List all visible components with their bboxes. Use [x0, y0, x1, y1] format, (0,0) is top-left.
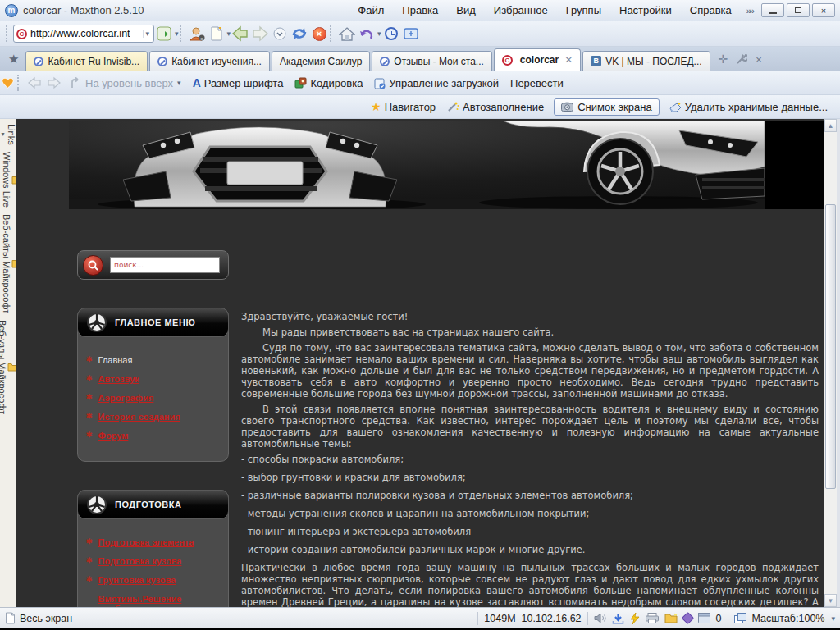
vk-icon: B — [591, 56, 601, 66]
page-toolbar: На уровень вверх▾ A Размер шрифта Кодиро… — [0, 71, 840, 95]
status-mode-label[interactable]: Весь экран — [20, 613, 72, 624]
close-tabbar-icon[interactable]: × — [756, 53, 762, 66]
page-mode-icon — [5, 612, 16, 624]
go-dropdown-icon[interactable]: ▾ — [175, 30, 179, 38]
search-icon — [88, 260, 98, 271]
screenshot-button[interactable]: Снимок экрана — [554, 98, 660, 116]
page-scrollbar[interactable]: ▲ ▼ — [824, 119, 837, 607]
tab-colorcar-active[interactable]: Ccolorcar✕ — [494, 48, 581, 71]
clear-data-button[interactable]: Удалить хранимые данные... — [669, 101, 828, 113]
scrollbar-thumb[interactable] — [825, 204, 836, 489]
scrollbar-track[interactable] — [824, 132, 837, 594]
close-button[interactable]: × — [812, 3, 835, 17]
translate-button[interactable]: Перевести — [510, 77, 564, 89]
menu-item-prep-element[interactable]: Подготовка элемента — [98, 537, 194, 547]
tab-akademiya[interactable]: Академия Саилур — [272, 51, 370, 71]
new-tab-button[interactable]: ✛ — [719, 52, 728, 66]
menu-item-history[interactable]: История создания — [98, 412, 180, 422]
history-dropdown-icon[interactable] — [271, 24, 289, 43]
toolbar-back-icon[interactable] — [25, 73, 43, 93]
sidebar-item-ms-websites[interactable]: Веб-сайты Майкрософт▾ — [0, 214, 16, 313]
url-dropdown-icon[interactable]: ▾ — [143, 30, 151, 38]
window-filter-icon[interactable] — [402, 24, 420, 43]
sidebar-item-ms-nodes[interactable]: Веб-узлы Майкрософт — [0, 320, 16, 414]
sound-icon[interactable] — [594, 613, 606, 623]
history-clock-icon[interactable] — [382, 24, 400, 43]
zoom-dropdown-icon[interactable]: ▾ — [831, 614, 835, 623]
scroll-down-icon[interactable]: ▼ — [824, 594, 837, 607]
wrench-icon[interactable] — [736, 53, 747, 65]
new-page-dropdown-icon[interactable]: ▾ — [227, 30, 231, 38]
proxy-identity-icon[interactable]: x — [188, 24, 206, 43]
tab-close-icon[interactable]: ✕ — [564, 54, 573, 66]
window-right-edge — [837, 119, 840, 607]
go-button[interactable] — [155, 24, 173, 43]
navigator-label: Навигатор — [385, 101, 436, 113]
folder-icon — [7, 363, 16, 372]
zoom-level[interactable]: Масштаб:100% — [752, 613, 825, 624]
popup-count: 0 — [716, 613, 722, 624]
lightning-icon[interactable] — [630, 613, 640, 624]
popup-blocker-icon[interactable] — [698, 613, 710, 623]
favorites-star-icon[interactable]: ★ — [8, 52, 19, 66]
undo-dropdown-icon[interactable]: ▾ — [377, 30, 381, 38]
menu-item-autosound[interactable]: Автозвук — [98, 374, 139, 384]
undo-icon[interactable] — [358, 24, 376, 43]
font-size-label: Размер шрифта — [204, 77, 284, 89]
menu-view[interactable]: Вид — [456, 4, 476, 16]
tab-kabinet-izucheniya[interactable]: Кабинет изучения... — [149, 51, 270, 71]
menu-item-primer-body[interactable]: Грунтовка кузова — [98, 575, 176, 585]
menu-groups[interactable]: Группы — [566, 4, 601, 16]
restore-button[interactable] — [787, 3, 810, 17]
menu-item-forum[interactable]: Форум — [98, 431, 129, 441]
minimize-button[interactable] — [761, 3, 784, 17]
wheel-icon — [86, 494, 107, 515]
tab-vk[interactable]: BVK | МЫ - ПОСЛЕД... — [582, 51, 710, 71]
printer-icon[interactable] — [646, 613, 659, 623]
toolbar-forward-icon[interactable] — [45, 73, 63, 93]
menu-item-home[interactable]: Главная — [98, 355, 133, 365]
menu-help[interactable]: Справка — [690, 4, 732, 16]
collector-panel[interactable] — [0, 71, 16, 94]
sidebar-item-links[interactable]: Links▾ — [0, 124, 16, 145]
menu-settings[interactable]: Настройки — [619, 4, 672, 16]
stop-icon[interactable]: × — [310, 24, 328, 43]
new-page-icon[interactable] — [208, 24, 226, 43]
sidebar-item-windows-live[interactable]: Windows Live▾ — [0, 152, 16, 208]
autofill-wand-icon — [447, 101, 459, 112]
search-input[interactable] — [110, 257, 220, 273]
tab-kabinet-ru[interactable]: Кабинет Ru Invisib... — [25, 51, 148, 71]
menu-favorites[interactable]: Избранное — [494, 4, 548, 16]
menu-item-airbrush[interactable]: Аэрография — [98, 393, 154, 403]
menu-overflow-chevron-icon[interactable]: »» — [746, 6, 753, 16]
url-text[interactable]: http://www.colorcar.int — [30, 28, 141, 39]
preparation-menu-block: ✱Подготовка элемента ✱Подготовка кузова … — [77, 490, 229, 607]
refresh-icon[interactable] — [290, 24, 308, 43]
gem-icon[interactable] — [681, 612, 694, 625]
menu-item-prep-body[interactable]: Подготовка кузова — [98, 556, 182, 566]
tab-otzyvy[interactable]: Отзывы - Мои ста... — [372, 51, 492, 71]
bullet-icon: ✱ — [86, 412, 93, 421]
zoom-window-icon[interactable] — [734, 613, 746, 623]
address-bar[interactable]: C http://www.colorcar.int ▾ — [13, 25, 154, 43]
forward-icon[interactable] — [251, 24, 269, 43]
menu-item-dents[interactable]: Вмятины.Решение проблемы. — [98, 594, 221, 607]
download-management-button[interactable]: Управление загрузкой — [374, 77, 499, 89]
main-menu-block: ✱Главная ✱Автозвук ✱Аэрография ✱История … — [77, 308, 229, 462]
new-folder-icon[interactable] — [664, 613, 678, 623]
menu-edit[interactable]: Правка — [402, 4, 438, 16]
autofill-button[interactable]: Автозаполнение — [447, 101, 544, 113]
collector-heart-icon[interactable] — [2, 77, 14, 89]
download-icon[interactable] — [612, 613, 624, 624]
navigator-button[interactable]: ★ Навигатор — [371, 100, 436, 113]
font-size-button[interactable]: A Размер шрифта — [193, 76, 284, 89]
encoding-button[interactable]: Кодировка — [294, 77, 363, 89]
menu-file[interactable]: Файл — [358, 4, 384, 16]
up-level-button[interactable]: На уровень вверх▾ — [70, 77, 181, 89]
scroll-up-icon[interactable]: ▲ — [824, 119, 837, 132]
back-icon[interactable] — [231, 24, 249, 43]
eraser-icon — [669, 102, 682, 112]
home-icon[interactable] — [338, 24, 356, 43]
memory-usage: 1049M — [484, 613, 515, 624]
search-button[interactable] — [83, 255, 103, 276]
